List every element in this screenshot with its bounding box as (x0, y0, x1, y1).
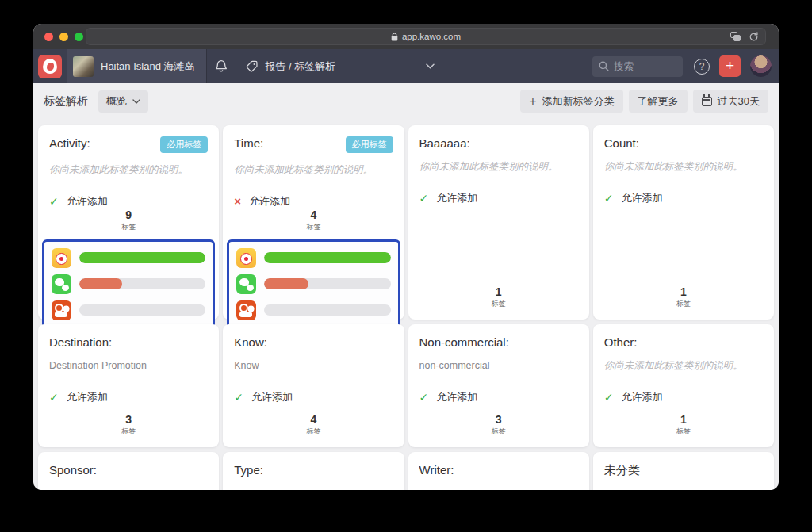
tag-count: 4 标签 (234, 209, 393, 235)
card-description: 你尚未添加此标签类别的说明。 (49, 163, 208, 178)
category-card[interactable]: Type: (223, 452, 404, 490)
bar-fill (79, 252, 205, 263)
question-icon: ? (699, 61, 705, 72)
platform-bar-row (52, 300, 205, 320)
card-title: Type: (234, 463, 263, 477)
allow-status-label: 允许添加 (436, 390, 477, 404)
card-title: Destination: (49, 335, 112, 349)
platform-bars-highlight-box (42, 239, 215, 329)
allow-add-status: ✓ 允许添加 (49, 390, 208, 404)
card-description: 你尚未添加此标签类别的说明。 (604, 359, 763, 373)
category-card[interactable]: 未分类 (593, 452, 774, 490)
tag-count: 1 标签 (419, 285, 578, 312)
view-selector-dropdown[interactable]: 概览 (98, 90, 148, 113)
date-range-button[interactable]: 过去30天 (693, 90, 768, 113)
category-card[interactable]: Activity: 必用标签 你尚未添加此标签类别的说明。 ✓ 允许添加 9 标… (38, 125, 219, 320)
learn-more-label: 了解更多 (638, 94, 679, 109)
category-card[interactable]: Count: 你尚未添加此标签类别的说明。 ✓ 允许添加 1 标签 (593, 125, 774, 320)
add-tag-category-label: 添加新标签分类 (542, 94, 615, 109)
plus-icon: + (726, 58, 734, 73)
allow-status-icon: ✓ (604, 193, 614, 204)
learn-more-button[interactable]: 了解更多 (629, 90, 688, 113)
notifications-button[interactable] (207, 49, 236, 83)
card-title: Writer: (419, 463, 454, 477)
tag-count-number: 4 (234, 413, 393, 426)
browser-chrome: app.kawo.com (33, 24, 779, 49)
add-button[interactable]: + (719, 55, 741, 77)
user-avatar[interactable] (750, 55, 772, 77)
reload-icon[interactable] (749, 32, 759, 42)
kawo-logo[interactable] (38, 55, 62, 78)
allow-status-label: 允许添加 (621, 390, 662, 404)
kuaishou-icon (52, 300, 71, 320)
translate-icon[interactable] (730, 32, 741, 41)
card-title: Sponsor: (49, 463, 97, 477)
allow-status-icon: ✓ (604, 392, 614, 403)
bar-track (79, 304, 205, 316)
tag-count-number: 9 (49, 209, 208, 221)
category-card[interactable]: Know: Know ✓ 允许添加 4 标签 (223, 324, 404, 447)
weibo-icon (236, 248, 256, 268)
card-description: 你尚未添加此标签类别的说明。 (604, 160, 763, 174)
card-title: Non-commercial: (419, 335, 509, 349)
card-title: Baaaaaa: (419, 136, 470, 150)
add-tag-category-button[interactable]: + 添加新标签分类 (520, 90, 622, 113)
allow-status-label: 允许添加 (249, 194, 290, 209)
category-card[interactable]: Baaaaaa: 你尚未添加此标签类别的说明。 ✓ 允许添加 1 标签 (408, 125, 589, 320)
card-title: Time: (234, 136, 263, 150)
card-title: Activity: (49, 136, 90, 150)
address-bar[interactable]: app.kawo.com (86, 28, 766, 45)
card-title-row: Time: 必用标签 (234, 136, 393, 153)
platform-bar-row (236, 248, 390, 268)
card-title-row: Writer: (419, 463, 578, 477)
date-range-label: 过去30天 (718, 94, 760, 109)
tag-count: 9 标签 (49, 209, 208, 235)
category-card[interactable]: Destination: Destination Promotion ✓ 允许添… (38, 324, 219, 447)
minimize-button[interactable] (59, 33, 68, 41)
bar-track (264, 304, 390, 316)
screenshot-canvas: app.kawo.com Haitan Island 海滩岛 (0, 0, 812, 532)
allow-status-label: 允许添加 (67, 390, 108, 404)
card-description: 你尚未添加此标签类别的说明。 (419, 160, 578, 174)
search-input[interactable] (614, 61, 669, 72)
allow-status-icon: ✓ (49, 196, 59, 207)
tag-count-number: 1 (419, 285, 578, 298)
search-icon (599, 61, 609, 71)
category-card[interactable]: Time: 必用标签 你尚未添加此标签类别的说明。 × 允许添加 4 标签 (223, 125, 404, 320)
account-selector[interactable]: Haitan Island 海滩岛 (67, 49, 206, 83)
help-button[interactable]: ? (694, 59, 710, 75)
tag-count-number: 1 (604, 285, 763, 298)
account-name: Haitan Island 海滩岛 (101, 59, 195, 74)
allow-status-label: 允许添加 (436, 191, 477, 205)
allow-add-status: ✓ 允许添加 (419, 191, 578, 205)
zoom-button[interactable] (75, 33, 83, 41)
category-card[interactable]: Sponsor: (38, 452, 219, 490)
card-grid: Activity: 必用标签 你尚未添加此标签类别的说明。 ✓ 允许添加 9 标… (38, 125, 774, 490)
breadcrumb: 报告 / 标签解析 (266, 59, 419, 74)
category-card[interactable]: Non-commercial: non-commercial ✓ 允许添加 3 … (408, 324, 589, 447)
card-title-row: Other: (604, 335, 763, 349)
address-bar-icons (730, 29, 759, 44)
platform-bar-row (236, 274, 390, 294)
card-title: Know: (234, 335, 267, 349)
required-tag-badge: 必用标签 (160, 136, 208, 153)
tag-count: 3 标签 (419, 413, 578, 440)
tag-count-number: 3 (49, 413, 208, 426)
allow-add-status: ✓ 允许添加 (419, 390, 578, 404)
bar-fill (264, 252, 390, 263)
report-nav-dropdown[interactable]: 报告 / 标签解析 (236, 49, 444, 83)
close-button[interactable] (44, 33, 53, 41)
card-title: Count: (604, 136, 639, 150)
card-title-row: Sponsor: (49, 463, 208, 477)
card-description: 你尚未添加此标签类别的说明。 (234, 163, 393, 178)
url-text: app.kawo.com (402, 32, 461, 41)
tag-count-label: 标签 (604, 427, 763, 437)
tag-count: 1 标签 (604, 285, 763, 312)
card-title-row: 未分类 (604, 463, 763, 478)
allow-add-status: ✓ 允许添加 (234, 390, 393, 404)
allow-status-icon: ✓ (49, 392, 59, 403)
allow-status-icon: ✓ (419, 193, 429, 204)
allow-status-icon: ✓ (234, 392, 243, 403)
category-card[interactable]: Writer: (408, 452, 589, 490)
category-card[interactable]: Other: 你尚未添加此标签类别的说明。 ✓ 允许添加 1 标签 (593, 324, 774, 447)
